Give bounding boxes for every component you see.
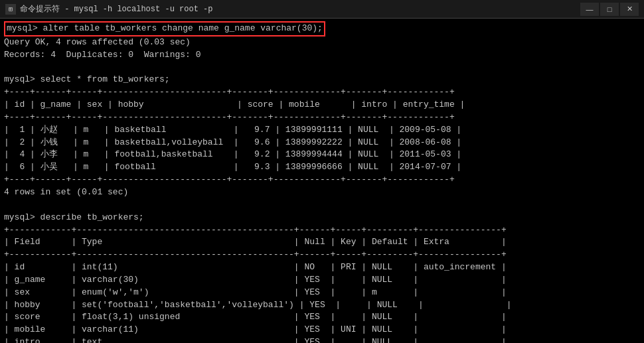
terminal-icon: ⊞ [5, 4, 16, 15]
terminal-line: +----+------+-----+---------------------… [4, 86, 640, 99]
terminal-line: Records: 4 Duplicates: 0 Warnings: 0 [4, 49, 640, 62]
terminal-line: | id | g_name | sex | hobby | score | mo… [4, 99, 640, 111]
terminal-line: | 4 | 小李 | m | football,basketball | 9.2… [4, 149, 640, 161]
terminal-line: mysql> alter table tb_workers change nam… [4, 21, 640, 36]
window-title: 命令提示符 - mysql -h localhost -u root -p [20, 3, 212, 15]
terminal-line: 4 rows in set (0.01 sec) [4, 186, 640, 199]
terminal-line: +----+------+-----+---------------------… [4, 111, 640, 124]
terminal-line: | mobile | varchar(11) | YES | UNI | NUL… [4, 324, 640, 336]
terminal-line: | 1 | 小赵 | m | basketball | 9.7 | 138999… [4, 124, 640, 137]
minimize-button[interactable]: — [580, 3, 599, 16]
close-button[interactable]: ✕ [620, 3, 639, 16]
terminal-line: | id | int(11) | NO | PRI | NULL | auto_… [4, 261, 640, 274]
highlighted-command: mysql> alter table tb_workers change nam… [4, 21, 325, 36]
terminal-line [4, 62, 640, 74]
terminal-line: | sex | enum('w','m') | YES | | m | | [4, 287, 640, 299]
terminal-window: mysql> alter table tb_workers change nam… [0, 19, 644, 343]
terminal-line [4, 199, 640, 212]
terminal-line: Query OK, 4 rows affected (0.03 sec) [4, 36, 640, 49]
terminal-line: +----+------+-----+---------------------… [4, 174, 640, 186]
terminal-line: | g_name | varchar(30) | YES | | NULL | … [4, 274, 640, 287]
terminal-line: +------------+--------------------------… [4, 224, 640, 237]
terminal-line: | hobby | set('football','basketball','v… [4, 299, 640, 312]
terminal-line: | 6 | 小吴 | m | football | 9.3 | 13899996… [4, 161, 640, 174]
terminal-line: +------------+--------------------------… [4, 249, 640, 261]
terminal-line: | intro | text | YES | | NULL | | [4, 336, 640, 343]
terminal-line: | 2 | 小钱 | m | basketball,volleyball | 9… [4, 137, 640, 149]
title-bar: ⊞ 命令提示符 - mysql -h localhost -u root -p … [0, 0, 644, 19]
terminal-line: | Field | Type | Null | Key | Default | … [4, 236, 640, 249]
terminal-line: mysql> describe tb_workers; [4, 212, 640, 224]
terminal-line: | score | float(3,1) unsigned | YES | | … [4, 311, 640, 324]
terminal-line: mysql> select * from tb_workers; [4, 74, 640, 86]
maximize-button[interactable]: □ [600, 3, 619, 16]
